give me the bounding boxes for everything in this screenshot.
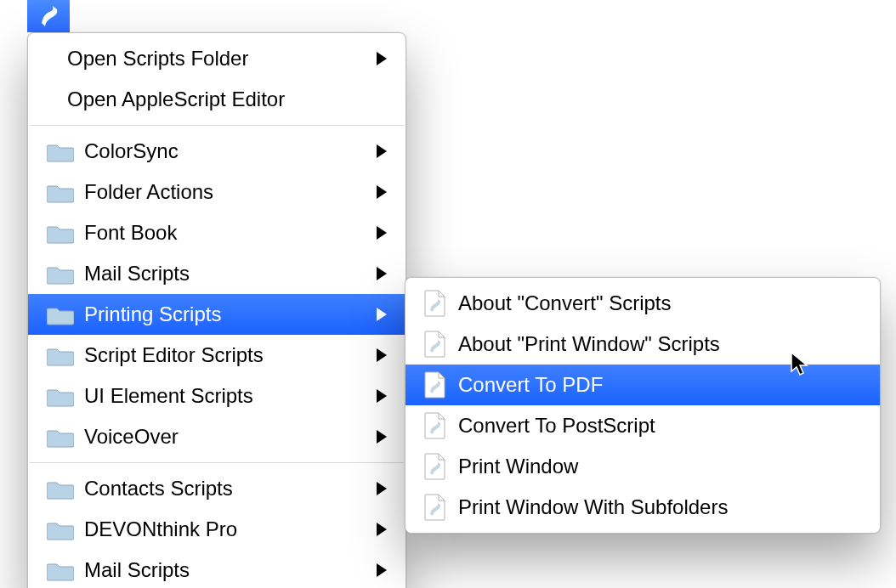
menu-item-label: Script Editor Scripts xyxy=(84,343,366,367)
menu-item-open-scripts-folder[interactable]: Open Scripts Folder xyxy=(28,38,405,79)
menu-item-colorsync[interactable]: ColorSync xyxy=(28,131,405,172)
submenu-item-label: About "Print Window" Scripts xyxy=(458,332,861,356)
submenu-item-label: Print Window xyxy=(458,455,861,478)
menu-item-ui-element-scripts[interactable]: UI Element Scripts xyxy=(28,376,405,416)
chevron-right-icon xyxy=(377,144,387,158)
chevron-right-icon xyxy=(377,226,387,240)
script-menu-icon xyxy=(37,4,60,28)
submenu-item-print-window-with-subfolders[interactable]: Print Window With Subfolders xyxy=(405,487,880,528)
submenu-item-print-window[interactable]: Print Window xyxy=(405,446,880,487)
submenu-item-about-print-window-scripts[interactable]: About "Print Window" Scripts xyxy=(405,324,880,365)
script-file-icon xyxy=(424,453,446,480)
script-file-icon xyxy=(424,494,446,521)
folder-icon xyxy=(47,518,74,540)
chevron-right-icon xyxy=(377,348,387,362)
menu-item-open-applescript-editor[interactable]: Open AppleScript Editor xyxy=(28,79,405,120)
menu-item-label: Printing Scripts xyxy=(84,302,366,326)
chevron-right-icon xyxy=(377,389,387,403)
submenu-item-label: Convert To PostScript xyxy=(458,414,861,438)
menu-item-label: ColorSync xyxy=(84,139,366,163)
menu-item-label: Mail Scripts xyxy=(84,262,366,286)
menu-item-mail-scripts[interactable]: Mail Scripts xyxy=(28,253,405,294)
chevron-right-icon xyxy=(377,482,387,495)
folder-icon xyxy=(47,222,74,244)
submenu-item-label: Print Window With Subfolders xyxy=(458,495,861,519)
menu-item-label: Mail Scripts xyxy=(84,558,366,582)
menu-item-printing-scripts[interactable]: Printing Scripts xyxy=(28,294,405,335)
menu-item-label: VoiceOver xyxy=(84,425,366,449)
script-file-icon xyxy=(424,331,446,358)
folder-icon xyxy=(47,344,74,366)
menu-item-mail-scripts-2[interactable]: Mail Scripts xyxy=(28,550,405,588)
menu-item-voiceover[interactable]: VoiceOver xyxy=(28,416,405,457)
folder-icon xyxy=(47,303,74,325)
menubar-script-menu[interactable] xyxy=(27,0,70,32)
submenu-item-convert-to-pdf[interactable]: Convert To PDF xyxy=(405,365,880,405)
menu-item-label: DEVONthink Pro xyxy=(84,517,366,541)
chevron-right-icon xyxy=(377,267,387,280)
menu-item-label: Folder Actions xyxy=(84,180,366,204)
script-file-icon xyxy=(424,371,446,399)
chevron-right-icon xyxy=(377,308,387,321)
menu-separator xyxy=(30,125,404,126)
folder-icon xyxy=(47,478,74,500)
menu-item-label: Font Book xyxy=(84,221,366,245)
menu-item-label: Contacts Scripts xyxy=(84,477,366,500)
submenu-item-about-convert-scripts[interactable]: About "Convert" Scripts xyxy=(405,283,880,324)
chevron-right-icon xyxy=(377,185,387,199)
menu-item-script-editor-scripts[interactable]: Script Editor Scripts xyxy=(28,335,405,376)
chevron-right-icon xyxy=(377,523,387,536)
folder-icon xyxy=(47,263,74,285)
chevron-right-icon xyxy=(377,52,387,65)
folder-icon xyxy=(47,140,74,162)
menu-item-font-book[interactable]: Font Book xyxy=(28,212,405,253)
menu-item-label: Open Scripts Folder xyxy=(67,47,366,71)
folder-icon xyxy=(47,385,74,407)
folder-icon xyxy=(47,426,74,448)
submenu-item-label: About "Convert" Scripts xyxy=(458,291,861,315)
chevron-right-icon xyxy=(377,563,387,577)
menu-item-contacts-scripts[interactable]: Contacts Scripts xyxy=(28,468,405,509)
menu-item-devonthink-pro[interactable]: DEVONthink Pro xyxy=(28,509,405,550)
folder-icon xyxy=(47,559,74,581)
menu-separator xyxy=(30,462,404,463)
menu-item-folder-actions[interactable]: Folder Actions xyxy=(28,172,405,212)
submenu-item-convert-to-postscript[interactable]: Convert To PostScript xyxy=(405,405,880,446)
script-menu: Open Scripts Folder Open AppleScript Edi… xyxy=(27,32,406,588)
chevron-right-icon xyxy=(377,430,387,444)
script-file-icon xyxy=(424,290,446,317)
script-file-icon xyxy=(424,412,446,439)
folder-icon xyxy=(47,181,74,203)
submenu-item-label: Convert To PDF xyxy=(458,373,861,397)
menu-item-label: Open AppleScript Editor xyxy=(67,88,387,111)
menu-item-label: UI Element Scripts xyxy=(84,384,366,408)
printing-scripts-submenu: About "Convert" Scripts About "Print Win… xyxy=(405,277,881,534)
